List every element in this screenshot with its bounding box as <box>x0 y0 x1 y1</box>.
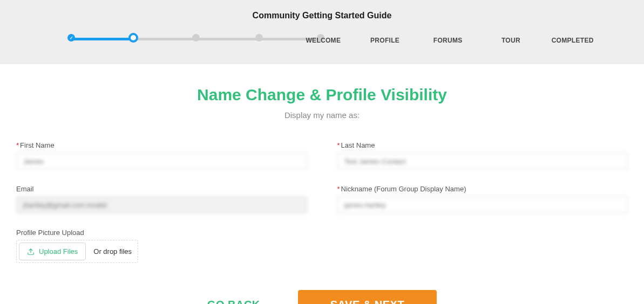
guide-title: Community Getting Started Guide <box>0 11 644 20</box>
upload-button-label: Upload Files <box>39 247 78 255</box>
go-back-button[interactable]: GO BACK <box>207 299 260 304</box>
step-label-completed: COMPLETED <box>552 37 594 44</box>
form-actions: GO BACK SAVE & NEXT <box>16 290 628 304</box>
required-asterisk: * <box>337 141 340 149</box>
last-name-label-text: Last Name <box>341 141 375 149</box>
step-label-welcome: WELCOME <box>306 37 341 44</box>
email-label: Email <box>16 185 307 193</box>
step-label-profile: PROFILE <box>370 37 399 44</box>
first-name-label: *First Name <box>16 141 307 149</box>
progress-stepper: WELCOME PROFILE FORUMS TOUR COMPLETED <box>0 34 644 48</box>
required-asterisk: * <box>16 141 19 149</box>
main-content: Name Change & Profile Visibility Display… <box>0 64 644 304</box>
header-stepper-section: Community Getting Started Guide WELCOME … <box>0 0 644 64</box>
save-next-button[interactable]: SAVE & NEXT <box>298 290 437 304</box>
upload-label: Profile Picture Upload <box>16 229 628 237</box>
nickname-label-text: Nickname (Forum Group Display Name) <box>341 185 466 193</box>
nickname-field-wrap: *Nickname (Forum Group Display Name) <box>337 185 628 213</box>
last-name-input[interactable] <box>337 153 628 170</box>
stepper-line-2 <box>198 38 258 40</box>
step-label-tour: TOUR <box>501 37 520 44</box>
first-name-input[interactable] <box>16 153 307 170</box>
page-title: Name Change & Profile Visibility <box>16 86 628 104</box>
drop-files-text: Or drop files <box>88 240 137 262</box>
email-field-wrap: Email <box>16 185 307 213</box>
upload-dropzone[interactable]: Upload Files Or drop files <box>16 240 138 263</box>
nickname-input[interactable] <box>337 196 628 213</box>
upload-icon <box>27 248 35 255</box>
stepper-line-0 <box>71 38 133 40</box>
step-label-forums: FORUMS <box>433 37 463 44</box>
upload-files-button[interactable]: Upload Files <box>19 243 86 260</box>
step-node-profile[interactable] <box>128 33 138 43</box>
step-node-tour[interactable] <box>255 34 263 42</box>
nickname-label: *Nickname (Forum Group Display Name) <box>337 185 628 193</box>
upload-field-wrap: Profile Picture Upload Upload Files Or d… <box>16 229 628 263</box>
step-node-forums[interactable] <box>192 34 200 42</box>
page-subtitle: Display my name as: <box>16 110 628 120</box>
required-asterisk: * <box>337 185 340 193</box>
step-node-welcome[interactable] <box>67 34 75 42</box>
email-input <box>16 196 307 213</box>
stepper-line-1 <box>134 38 195 40</box>
last-name-label: *Last Name <box>337 141 628 149</box>
last-name-field-wrap: *Last Name <box>337 141 628 170</box>
first-name-label-text: First Name <box>20 141 55 149</box>
profile-form: *First Name *Last Name Email *Nickname (… <box>16 141 628 213</box>
first-name-field-wrap: *First Name <box>16 141 307 170</box>
